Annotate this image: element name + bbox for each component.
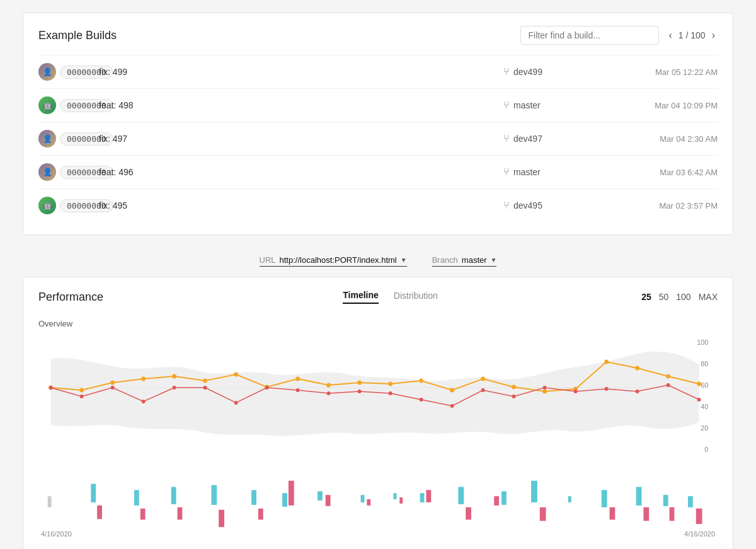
svg-point-33 <box>173 386 176 390</box>
url-dropdown-icon: ▼ <box>401 257 407 263</box>
svg-rect-54 <box>134 490 139 506</box>
svg-point-38 <box>327 391 331 395</box>
build-branch: ⑂ dev497 <box>503 133 604 144</box>
svg-rect-67 <box>367 499 370 506</box>
build-row[interactable]: 🤖 00000000 feat: 498 ⑂ master Mar 04 10:… <box>38 88 718 122</box>
builds-title: Example Builds <box>38 29 117 42</box>
svg-point-23 <box>542 390 547 394</box>
svg-rect-86 <box>688 496 693 507</box>
svg-rect-65 <box>318 491 323 500</box>
svg-point-18 <box>388 382 392 386</box>
url-selector[interactable]: URL http://localhost:PORT/index.html ▼ <box>260 255 407 267</box>
avatar: 🤖 <box>38 96 56 114</box>
svg-point-43 <box>481 388 485 392</box>
build-avatar: 🤖 00000000 <box>38 197 89 214</box>
svg-text:40: 40 <box>701 403 708 410</box>
svg-point-47 <box>605 387 609 391</box>
branch-selector[interactable]: Branch master ▼ <box>432 255 497 267</box>
build-row[interactable]: 👤 00000000 feat: 496 ⑂ master Mar 03 6:4… <box>38 155 718 188</box>
branch-dropdown-icon: ▼ <box>491 257 497 263</box>
filter-input[interactable] <box>520 26 659 45</box>
url-label: URL <box>260 255 276 265</box>
svg-rect-79 <box>602 490 607 507</box>
svg-point-26 <box>635 366 639 371</box>
branch-icon: ⑂ <box>503 66 510 78</box>
svg-text:20: 20 <box>701 424 708 432</box>
svg-rect-70 <box>426 490 431 502</box>
line-chart: 100 80 60 40 20 0 <box>38 333 718 472</box>
svg-rect-58 <box>211 485 217 505</box>
build-message: fix: 499 <box>89 67 503 77</box>
svg-rect-53 <box>97 506 102 519</box>
svg-point-30 <box>80 395 84 398</box>
svg-rect-51 <box>48 496 52 507</box>
svg-point-40 <box>389 391 392 395</box>
svg-point-17 <box>357 381 362 385</box>
svg-rect-68 <box>394 493 397 499</box>
svg-rect-71 <box>420 493 425 502</box>
build-date: Mar 04 2:30 AM <box>604 134 718 144</box>
tab-timeline[interactable]: Timeline <box>343 290 379 304</box>
svg-rect-56 <box>171 487 176 504</box>
svg-rect-80 <box>610 507 616 520</box>
svg-point-21 <box>481 377 485 381</box>
build-branch: ⑂ master <box>503 100 604 111</box>
build-avatar: 👤 00000000 <box>38 63 89 81</box>
svg-point-16 <box>326 383 331 388</box>
svg-rect-82 <box>643 507 649 521</box>
svg-point-34 <box>203 386 207 390</box>
svg-rect-69 <box>399 497 403 504</box>
svg-text:80: 80 <box>701 360 708 367</box>
build-branch: ⑂ master <box>503 166 604 178</box>
svg-point-32 <box>142 400 146 403</box>
build-row[interactable]: 👤 00000000 fix: 499 ⑂ dev499 Mar 05 12:2… <box>38 55 718 88</box>
overview-label: Overview <box>38 319 718 328</box>
svg-point-27 <box>666 374 670 379</box>
svg-text:0: 0 <box>704 446 708 453</box>
svg-rect-61 <box>258 509 263 520</box>
count-50[interactable]: 50 <box>659 292 669 302</box>
svg-point-15 <box>295 377 300 381</box>
avatar: 👤 <box>38 130 56 147</box>
svg-point-20 <box>450 388 454 393</box>
perf-title: Performance <box>38 291 139 304</box>
build-row[interactable]: 🤖 00000000 fix: 495 ⑂ dev495 Mar 02 3:57… <box>38 188 718 222</box>
build-row[interactable]: 👤 00000000 fix: 497 ⑂ dev497 Mar 04 2:30… <box>38 122 718 155</box>
svg-point-49 <box>667 383 670 387</box>
svg-rect-62 <box>289 481 294 506</box>
build-rows-container: 👤 00000000 fix: 499 ⑂ dev499 Mar 05 12:2… <box>38 55 718 222</box>
svg-rect-63 <box>282 493 287 507</box>
tab-distribution[interactable]: Distribution <box>394 290 438 304</box>
build-message: feat: 498 <box>89 100 503 110</box>
svg-rect-74 <box>494 496 499 506</box>
svg-point-10 <box>141 377 146 381</box>
next-page-button[interactable]: › <box>709 28 718 42</box>
url-branch-bar: URL http://localhost:PORT/index.html ▼ B… <box>23 248 733 277</box>
perf-tabs: Timeline Distribution <box>139 290 641 304</box>
svg-point-29 <box>49 386 53 390</box>
pagination: ‹ 1 / 100 › <box>667 28 718 42</box>
svg-rect-83 <box>670 507 675 521</box>
build-branch: ⑂ dev499 <box>503 66 604 78</box>
branch-value: master <box>462 255 487 265</box>
branch-icon: ⑂ <box>503 200 510 211</box>
svg-point-22 <box>512 385 516 390</box>
performance-section: Performance Timeline Distribution 25 50 … <box>23 277 733 549</box>
build-date: Mar 04 10:09 PM <box>604 101 718 110</box>
svg-point-9 <box>110 381 115 385</box>
build-date: Mar 02 3:57 PM <box>604 201 718 211</box>
svg-point-48 <box>636 390 639 393</box>
count-25[interactable]: 25 <box>641 292 651 302</box>
svg-rect-66 <box>361 495 365 502</box>
builds-controls: ‹ 1 / 100 › <box>520 26 718 45</box>
svg-rect-76 <box>531 481 537 502</box>
builds-section: Example Builds ‹ 1 / 100 › 👤 00000000 fi… <box>23 13 733 235</box>
svg-rect-73 <box>466 507 471 520</box>
count-max[interactable]: MAX <box>699 292 718 302</box>
count-100[interactable]: 100 <box>676 292 690 302</box>
branch-name: master <box>513 167 541 177</box>
svg-point-44 <box>512 395 516 398</box>
svg-point-28 <box>697 382 701 386</box>
avatar: 👤 <box>38 63 56 81</box>
prev-page-button[interactable]: ‹ <box>667 28 675 42</box>
